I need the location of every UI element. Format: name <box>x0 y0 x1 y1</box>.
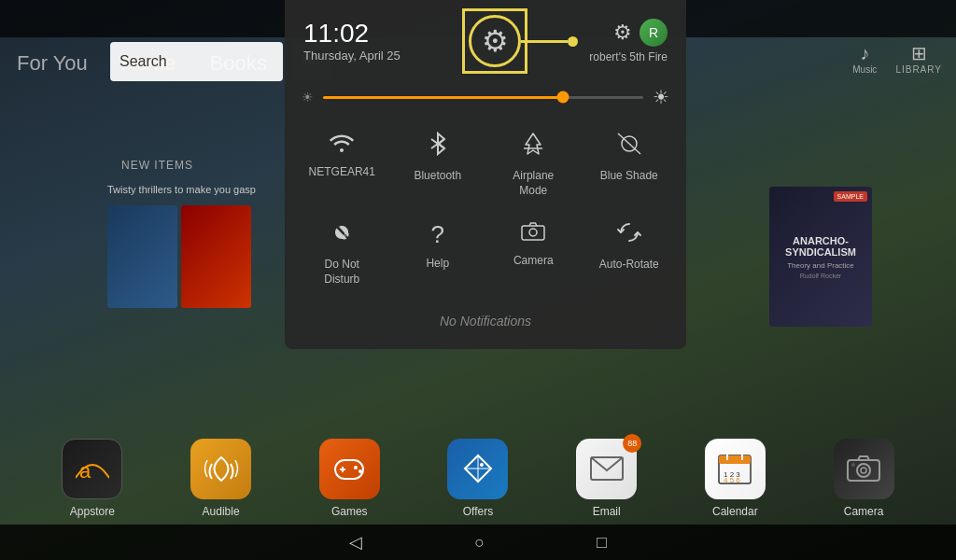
settings-center-icon[interactable]: ⚙ <box>482 23 509 59</box>
games-label: Games <box>331 505 368 518</box>
camera-label: Camera <box>844 505 884 518</box>
panel-time: 11:02 <box>303 21 401 47</box>
autorotate-label: Auto-Rotate <box>599 258 659 273</box>
blueshade-icon <box>616 132 642 161</box>
toggle-autorotate[interactable]: Auto-Rotate <box>582 209 678 298</box>
dock-games[interactable]: Games <box>319 439 380 518</box>
svg-point-27 <box>851 463 855 467</box>
svg-rect-9 <box>335 460 363 479</box>
svg-text:☽: ☽ <box>334 223 349 242</box>
panel-settings-button[interactable]: ⚙ <box>613 21 632 45</box>
dock-email[interactable]: 88 Email <box>576 439 637 518</box>
svg-point-13 <box>358 469 362 473</box>
toggle-wifi[interactable]: NETGEAR41 <box>294 120 390 209</box>
search-bar <box>110 42 283 81</box>
bottom-nav: ◁ ○ □ <box>0 525 956 560</box>
toggle-help[interactable]: ? Help <box>390 209 486 298</box>
email-icon: 88 <box>576 439 637 499</box>
recent-button[interactable]: □ <box>587 528 616 557</box>
audible-icon <box>190 439 251 499</box>
toggle-bluetooth[interactable]: Bluetooth <box>390 120 486 209</box>
svg-point-25 <box>857 464 870 477</box>
toggle-blueshade[interactable]: Blue Shade <box>582 120 678 209</box>
blueshade-label: Blue Shade <box>600 169 658 184</box>
dock-calendar[interactable]: 1 2 34 5 6 Calendar <box>705 439 766 518</box>
library-icon: ⊞ <box>911 42 927 64</box>
new-items-label: NEW ITEMS <box>121 159 193 172</box>
book-thumb-1 <box>107 205 177 308</box>
svg-point-26 <box>861 468 866 473</box>
bluetooth-label: Bluetooth <box>414 169 461 184</box>
nav-library[interactable]: ⊞ LIBRARY <box>895 42 942 75</box>
nav-music[interactable]: ♪ Music <box>852 43 877 75</box>
help-icon: ? <box>431 220 444 249</box>
search-input[interactable] <box>120 53 274 70</box>
toggle-donotdisturb[interactable]: ☽ Do NotDisturb <box>294 209 390 298</box>
panel-avatar: R <box>640 19 668 47</box>
nav-tab-foryou[interactable]: For You <box>9 47 95 80</box>
help-label: Help <box>426 257 449 272</box>
right-book: ANARCHO-SYNDICALISM Theory and Practice … <box>769 187 872 327</box>
camera-toggle-icon <box>520 220 546 246</box>
dock-offers[interactable]: Offers <box>447 439 508 518</box>
audible-label: Audible <box>203 505 240 518</box>
airplane-label: AirplaneMode <box>513 169 554 198</box>
home-button[interactable]: ○ <box>465 528 494 557</box>
bottom-dock: a Appstore Audible Games Offers 88 Email… <box>0 431 956 525</box>
book-thumb-2 <box>181 205 251 308</box>
camera-icon <box>834 439 894 499</box>
svg-text:4 5 6: 4 5 6 <box>724 476 740 484</box>
book-area: Twisty thrillers to make you gasp <box>107 182 271 383</box>
quick-toggles: NETGEAR41 Bluetooth AirplaneMode Blue Sh… <box>285 116 686 302</box>
brightness-thumb <box>557 91 569 104</box>
donotdisturb-label: Do NotDisturb <box>324 258 359 287</box>
wifi-label: NETGEAR41 <box>309 165 375 180</box>
calendar-icon: 1 2 34 5 6 <box>705 439 766 499</box>
svg-point-12 <box>354 466 358 469</box>
settings-indicator-line <box>521 40 568 43</box>
svg-point-16 <box>480 463 484 467</box>
email-badge: 88 <box>623 434 641 453</box>
offers-icon <box>447 439 508 499</box>
panel-date: Thursday, April 25 <box>303 49 401 63</box>
panel-time-date: 11:02 Thursday, April 25 <box>303 21 401 63</box>
airplane-icon <box>520 132 546 161</box>
appstore-label: Appstore <box>70 505 115 518</box>
panel-header: 11:02 Thursday, April 25 ⚙ ⚙ R robert's … <box>285 0 686 78</box>
brightness-high-icon: ☀ <box>653 86 669 108</box>
appstore-icon: a <box>62 439 122 499</box>
no-notifications: No Notifications <box>285 302 686 340</box>
notification-panel: 11:02 Thursday, April 25 ⚙ ⚙ R robert's … <box>285 0 686 349</box>
music-label: Music <box>852 64 877 75</box>
toggle-camera[interactable]: Camera <box>485 209 582 298</box>
offers-label: Offers <box>463 505 493 518</box>
svg-point-7 <box>529 229 537 236</box>
email-label: Email <box>593 505 621 518</box>
svg-rect-19 <box>719 455 751 464</box>
bluetooth-icon <box>429 132 447 161</box>
dock-appstore[interactable]: a Appstore <box>62 439 122 518</box>
back-button[interactable]: ◁ <box>340 527 372 557</box>
donotdisturb-icon: ☽ <box>330 220 354 250</box>
music-icon: ♪ <box>860 43 869 64</box>
brightness-row: ☀ ☀ <box>285 78 686 116</box>
wifi-icon <box>330 132 354 158</box>
calendar-label: Calendar <box>712 505 758 518</box>
panel-username: robert's 5th Fire <box>589 50 668 63</box>
brightness-slider[interactable] <box>323 96 643 99</box>
games-icon <box>319 439 380 499</box>
brightness-low-icon: ☀ <box>302 90 314 105</box>
dock-camera[interactable]: Camera <box>834 439 894 518</box>
dock-audible[interactable]: Audible <box>190 439 251 518</box>
camera-toggle-label: Camera <box>513 254 554 269</box>
settings-indicator-dot <box>568 36 578 47</box>
toggle-airplane[interactable]: AirplaneMode <box>485 120 582 209</box>
autorotate-icon <box>617 220 641 250</box>
library-label: LIBRARY <box>895 64 942 75</box>
panel-right: ⚙ R robert's 5th Fire <box>589 19 668 63</box>
